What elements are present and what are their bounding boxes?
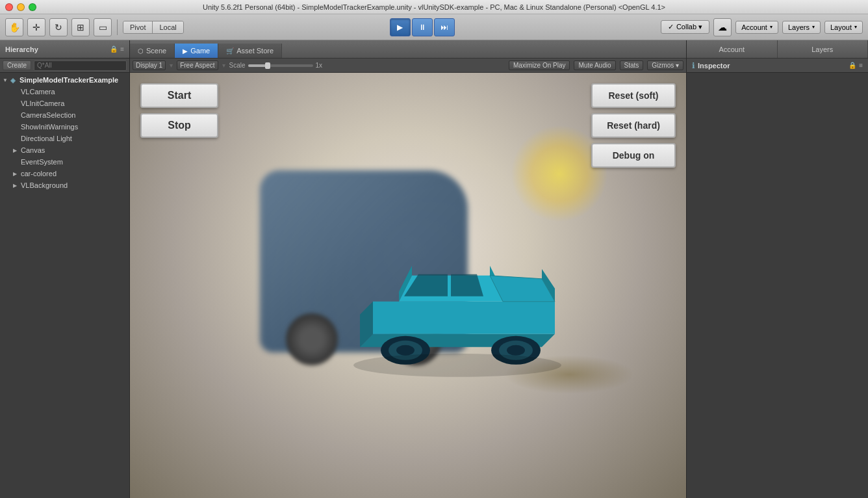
main-car xyxy=(334,217,581,388)
scale-tool-button[interactable]: ⊞ xyxy=(71,18,90,36)
scale-slider[interactable] xyxy=(248,64,313,67)
toolbar-sep-1 xyxy=(117,20,118,35)
hierarchy-item-vlcamera[interactable]: VLCamera xyxy=(0,86,129,98)
tab-asset-store[interactable]: 🛒 Asset Store xyxy=(218,44,282,58)
collab-label: Collab ▾ xyxy=(676,23,702,31)
hand-tool-button[interactable]: ✋ xyxy=(5,18,23,36)
asset-tab-icon: 🛒 xyxy=(226,47,234,55)
game-tab-label: Game xyxy=(190,47,210,55)
hierarchy-item-canvas[interactable]: ▶ Canvas xyxy=(0,144,129,156)
svg-marker-2 xyxy=(373,302,555,334)
reset-hard-button[interactable]: Reset (hard) xyxy=(591,113,676,138)
collab-button[interactable]: ✓ Collab ▾ xyxy=(661,20,709,34)
hierarchy-item-label: VLCamera xyxy=(21,88,55,96)
move-tool-button[interactable]: ✛ xyxy=(27,18,45,36)
aspect-dropdown[interactable]: Free Aspect xyxy=(177,60,218,70)
collab-check-icon: ✓ xyxy=(668,23,674,31)
maximize-on-play-button[interactable]: Maximize On Play xyxy=(509,60,570,70)
local-button[interactable]: Local xyxy=(153,21,183,33)
scale-bar: Scale 1x xyxy=(229,62,505,69)
main-area: Hierarchy 🔒 ≡ Create ▼ ◈ SimpleModelTrac… xyxy=(0,40,868,498)
create-button[interactable]: Create xyxy=(3,60,31,70)
svg-point-12 xyxy=(396,345,415,356)
overlay-buttons-left: Start Stop xyxy=(140,83,218,138)
hierarchy-search-input[interactable] xyxy=(34,60,127,71)
asset-tab-label: Asset Store xyxy=(236,47,274,55)
layout-label: Layout xyxy=(830,23,852,31)
layers-arrow-icon: ▾ xyxy=(812,24,815,30)
minimize-button[interactable] xyxy=(17,3,25,11)
hierarchy-item-eventsystem[interactable]: EventSystem xyxy=(0,156,129,168)
account-button[interactable]: Account ▾ xyxy=(735,21,778,34)
center-panel: ⬡ Scene ▶ Game 🛒 Asset Store Display 1 ▾… xyxy=(130,40,686,498)
step-button[interactable]: ⏭ xyxy=(434,18,455,36)
stats-button[interactable]: Stats xyxy=(620,60,644,70)
overlay-buttons-right: Reset (soft) Reset (hard) Debug on xyxy=(591,83,676,168)
layers-label: Layers xyxy=(788,23,810,31)
background-wheel-1 xyxy=(286,313,338,365)
hierarchy-item-vlbackground[interactable]: ▶ VLBackground xyxy=(0,179,129,191)
layout-button[interactable]: Layout ▾ xyxy=(824,21,863,34)
hierarchy-menu-icon[interactable]: ≡ xyxy=(120,46,124,53)
cloud-button[interactable]: ☁ xyxy=(713,18,732,36)
tab-scene[interactable]: ⬡ Scene xyxy=(130,44,175,58)
play-controls: ▶ ⏸ ⏭ xyxy=(390,18,455,36)
account-arrow-icon: ▾ xyxy=(770,24,772,30)
inspector-actions: 🔒 ≡ xyxy=(849,62,863,69)
hierarchy-panel: Hierarchy 🔒 ≡ Create ▼ ◈ SimpleModelTrac… xyxy=(0,40,130,498)
hierarchy-item-directionallight[interactable]: Directional Light xyxy=(0,133,129,144)
hierarchy-title: Hierarchy xyxy=(5,46,107,53)
hierarchy-item-car-colored[interactable]: ▶ car-colored xyxy=(0,168,129,179)
view-tabs-bar: ⬡ Scene ▶ Game 🛒 Asset Store xyxy=(130,40,686,59)
layers-tab[interactable]: Layers xyxy=(778,40,869,58)
hierarchy-item-root[interactable]: ▼ ◈ SimpleModelTrackerExample xyxy=(0,74,129,86)
inspector-tabs: Account Layers xyxy=(687,40,868,59)
layers-button[interactable]: Layers ▾ xyxy=(782,21,821,34)
hierarchy-item-label: car-colored xyxy=(21,170,57,177)
inspector-menu-icon[interactable]: ≡ xyxy=(859,62,863,69)
window-controls xyxy=(5,3,36,11)
reset-soft-button[interactable]: Reset (soft) xyxy=(591,83,676,108)
scene-tab-icon: ⬡ xyxy=(138,47,144,55)
scene-icon: ◈ xyxy=(10,77,19,84)
inspector-lock-icon[interactable]: 🔒 xyxy=(849,62,856,69)
hierarchy-item-label: VLInitCamera xyxy=(21,99,64,107)
hierarchy-item-label: Canvas xyxy=(21,146,45,154)
hierarchy-item-vlinitcamera[interactable]: VLInitCamera xyxy=(0,98,129,109)
hierarchy-lock-icon[interactable]: 🔒 xyxy=(110,46,118,53)
stop-button[interactable]: Stop xyxy=(140,113,218,138)
account-tab[interactable]: Account xyxy=(687,40,778,58)
play-button[interactable]: ▶ xyxy=(390,18,411,36)
close-button[interactable] xyxy=(5,3,13,11)
account-label: Account xyxy=(741,23,767,31)
rect-tool-button[interactable]: ▭ xyxy=(94,18,112,36)
pivot-button[interactable]: Pivot xyxy=(123,21,153,33)
rotate-tool-button[interactable]: ↻ xyxy=(49,18,68,36)
hierarchy-header: Hierarchy 🔒 ≡ xyxy=(0,40,129,59)
titlebar: Unity 5.6.2f1 Personal (64bit) - SimpleM… xyxy=(0,0,868,14)
hierarchy-item-cameraselection[interactable]: CameraSelection xyxy=(0,109,129,121)
hierarchy-item-showinitwarnings[interactable]: ShowInitWarnings xyxy=(0,121,129,133)
hierarchy-item-label: SimpleModelTrackerExample xyxy=(19,76,118,84)
svg-point-15 xyxy=(507,345,525,356)
pause-button[interactable]: ⏸ xyxy=(412,18,433,36)
tab-game[interactable]: ▶ Game xyxy=(175,44,218,58)
car-arrow-icon: ▶ xyxy=(13,171,21,177)
hierarchy-content: ▼ ◈ SimpleModelTrackerExample VLCamera V… xyxy=(0,73,129,498)
display-dropdown[interactable]: Display 1 xyxy=(133,60,166,70)
svg-point-16 xyxy=(353,354,561,377)
hierarchy-item-label: EventSystem xyxy=(21,158,63,166)
toolbar-right: ✓ Collab ▾ ☁ Account ▾ Layers ▾ Layout ▾ xyxy=(661,18,863,36)
mute-audio-button[interactable]: Mute Audio xyxy=(574,60,615,70)
separator-2: ▾ xyxy=(222,62,225,69)
inspector-icon: ℹ xyxy=(692,61,695,70)
inspector-content xyxy=(687,73,868,498)
hierarchy-item-label: VLBackground xyxy=(21,181,68,189)
hierarchy-item-label: CameraSelection xyxy=(21,111,75,119)
start-button[interactable]: Start xyxy=(140,83,218,108)
gizmos-button[interactable]: Gizmos ▾ xyxy=(647,60,683,70)
inspector-panel: Account Layers ℹ Inspector 🔒 ≡ xyxy=(686,40,868,498)
canvas-arrow-icon: ▶ xyxy=(13,148,21,153)
maximize-button[interactable] xyxy=(29,3,36,11)
debug-on-button[interactable]: Debug on xyxy=(591,143,676,168)
